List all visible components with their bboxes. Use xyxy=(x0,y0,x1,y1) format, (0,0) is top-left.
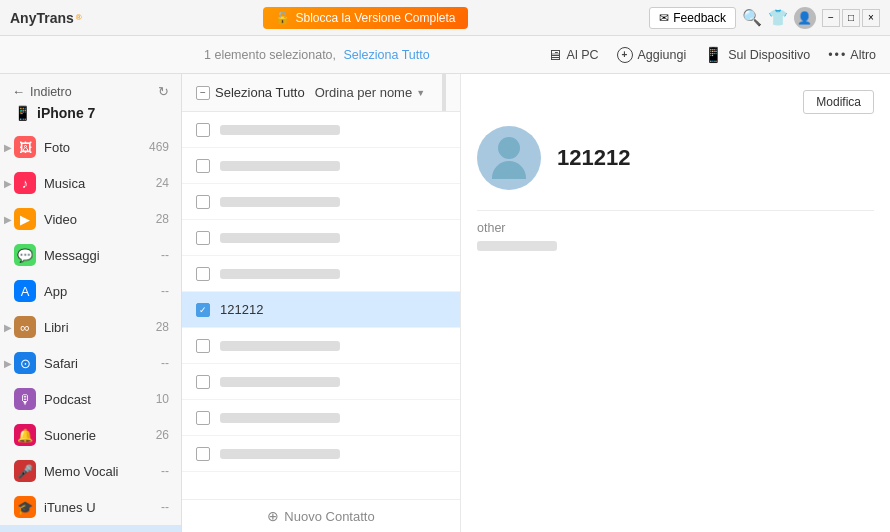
contact-row[interactable] xyxy=(182,148,460,184)
contact-full-name: 121212 xyxy=(557,145,630,171)
contact-row[interactable] xyxy=(182,256,460,292)
profile-icon[interactable]: 👤 xyxy=(794,7,816,29)
on-device-action[interactable]: 📱 Sul Dispositivo xyxy=(704,46,810,64)
contact-row[interactable] xyxy=(182,220,460,256)
contact-checkbox[interactable] xyxy=(196,411,210,425)
contact-detail-info: 121212 xyxy=(477,126,874,190)
sort-button[interactable]: Ordina per nome ▼ xyxy=(315,85,425,100)
mail-icon: ✉ xyxy=(659,11,669,25)
contact-checkbox[interactable] xyxy=(196,231,210,245)
item-count-suonerie: 26 xyxy=(156,428,169,442)
sidebar-item-musica[interactable]: ▶ ♪ Musica 24 xyxy=(0,165,181,201)
more-dots-icon: ••• xyxy=(828,48,847,62)
maximize-button[interactable]: □ xyxy=(842,9,860,27)
sidebar-item-suonerie[interactable]: 🔔 Suonerie 26 xyxy=(0,417,181,453)
expand-arrow-icon: ▶ xyxy=(4,142,12,153)
sidebar-item-messaggi[interactable]: 💬 Messaggi -- xyxy=(0,237,181,273)
app-logo: AnyTrans® xyxy=(10,10,82,26)
feedback-button[interactable]: ✉ Feedback xyxy=(649,7,736,29)
more-action[interactable]: ••• Altro xyxy=(828,48,876,62)
content-toolbar: − Seleziona Tutto Ordina per nome ▼ xyxy=(182,74,460,112)
sidebar-item-itunes[interactable]: 🎓 iTunes U -- xyxy=(0,489,181,525)
item-label-libri: Libri xyxy=(44,320,156,335)
sidebar-item-app[interactable]: A App -- xyxy=(0,273,181,309)
contact-row[interactable]: 121212 xyxy=(182,292,460,328)
avatar xyxy=(477,126,541,190)
add-action[interactable]: + Aggiungi xyxy=(617,47,687,63)
contact-row[interactable] xyxy=(182,436,460,472)
item-label-podcast: Podcast xyxy=(44,392,156,407)
item-count-memo: -- xyxy=(161,464,169,478)
contact-blurred-name xyxy=(220,125,340,135)
contact-checkbox[interactable] xyxy=(196,339,210,353)
item-label-memo: Memo Vocali xyxy=(44,464,161,479)
contact-checkbox[interactable] xyxy=(196,375,210,389)
lock-icon: 🔓 xyxy=(275,11,290,25)
contact-checkbox[interactable] xyxy=(196,159,210,173)
sidebar-item-libri[interactable]: ▶ ∞ Libri 28 xyxy=(0,309,181,345)
sidebar-item-foto[interactable]: ▶ 🖼 Foto 469 xyxy=(0,129,181,165)
contact-blurred-name xyxy=(220,161,340,171)
resize-handle[interactable] xyxy=(442,74,446,111)
contact-checkbox[interactable] xyxy=(196,123,210,137)
contact-field-label: other xyxy=(477,221,874,235)
sidebar-item-contatti[interactable]: 👤 Contatti 2420 xyxy=(0,525,181,532)
select-all-checkbox[interactable]: − Seleziona Tutto xyxy=(196,85,305,100)
search-icon[interactable]: 🔍 xyxy=(742,8,762,27)
contact-name: 121212 xyxy=(220,302,263,317)
contact-row[interactable] xyxy=(182,328,460,364)
item-count-video: 28 xyxy=(156,212,169,226)
item-count-libri: 28 xyxy=(156,320,169,334)
content-area: − Seleziona Tutto Ordina per nome ▼ xyxy=(182,74,460,532)
detail-panel: Modifica 121212 other xyxy=(460,74,890,532)
contact-row[interactable] xyxy=(182,184,460,220)
item-icon-messaggi: 💬 xyxy=(14,244,36,266)
sub-header: 1 elemento selezionato, Seleziona Tutto … xyxy=(0,36,890,74)
contact-row[interactable] xyxy=(182,112,460,148)
sidebar-item-memo[interactable]: 🎤 Memo Vocali -- xyxy=(0,453,181,489)
device-transfer-icon: 📱 xyxy=(704,46,723,64)
modify-button[interactable]: Modifica xyxy=(803,90,874,114)
minimize-button[interactable]: − xyxy=(822,9,840,27)
detail-header: Modifica xyxy=(477,90,874,114)
select-all-link[interactable]: Seleziona Tutto xyxy=(344,48,430,62)
avatar-body xyxy=(492,161,526,179)
sidebar-item-video[interactable]: ▶ ▶ Video 28 xyxy=(0,201,181,237)
contact-checkbox[interactable] xyxy=(196,195,210,209)
sub-header-right: 🖥 Al PC + Aggiungi 📱 Sul Dispositivo •••… xyxy=(547,46,876,64)
to-pc-action[interactable]: 🖥 Al PC xyxy=(547,46,599,63)
item-count-itunes: -- xyxy=(161,500,169,514)
contact-checkbox[interactable] xyxy=(196,447,210,461)
window-controls: − □ × xyxy=(822,9,880,27)
pc-icon: 🖥 xyxy=(547,46,562,63)
item-icon-libri: ∞ xyxy=(14,316,36,338)
refresh-icon[interactable]: ↻ xyxy=(158,84,169,99)
contact-row[interactable] xyxy=(182,364,460,400)
title-center: 🔓 Sblocca la Versione Completa xyxy=(263,7,467,29)
sidebar-item-podcast[interactable]: 🎙 Podcast 10 xyxy=(0,381,181,417)
avatar-person xyxy=(492,137,526,179)
close-button[interactable]: × xyxy=(862,9,880,27)
back-arrow-icon: ← xyxy=(12,84,25,99)
sidebar-items-container: ▶ 🖼 Foto 469 ▶ ♪ Musica 24 ▶ ▶ Video 28 … xyxy=(0,129,181,532)
contact-blurred-name xyxy=(220,341,340,351)
sidebar-item-safari[interactable]: ▶ ⊙ Safari -- xyxy=(0,345,181,381)
expand-arrow-icon: ▶ xyxy=(4,322,12,333)
item-label-video: Video xyxy=(44,212,156,227)
contact-row[interactable] xyxy=(182,400,460,436)
back-button[interactable]: ← Indietro xyxy=(12,84,72,99)
expand-arrow-icon: ▶ xyxy=(4,358,12,369)
contact-blurred-name xyxy=(220,377,340,387)
item-label-messaggi: Messaggi xyxy=(44,248,161,263)
store-icon[interactable]: 👕 xyxy=(768,8,788,27)
item-label-musica: Musica xyxy=(44,176,156,191)
contact-checkbox[interactable] xyxy=(196,267,210,281)
contact-name-block: 121212 xyxy=(557,145,630,171)
unlock-button[interactable]: 🔓 Sblocca la Versione Completa xyxy=(263,7,467,29)
new-contact-button[interactable]: ⊕ Nuovo Contatto xyxy=(182,499,460,532)
expand-arrow-icon: ▶ xyxy=(4,214,12,225)
contact-checkbox[interactable] xyxy=(196,303,210,317)
contact-list: 121212 xyxy=(182,112,460,499)
item-icon-itunes: 🎓 xyxy=(14,496,36,518)
main-area: ← Indietro ↻ 📱 iPhone 7 ▶ 🖼 Foto 469 ▶ ♪… xyxy=(0,74,890,532)
